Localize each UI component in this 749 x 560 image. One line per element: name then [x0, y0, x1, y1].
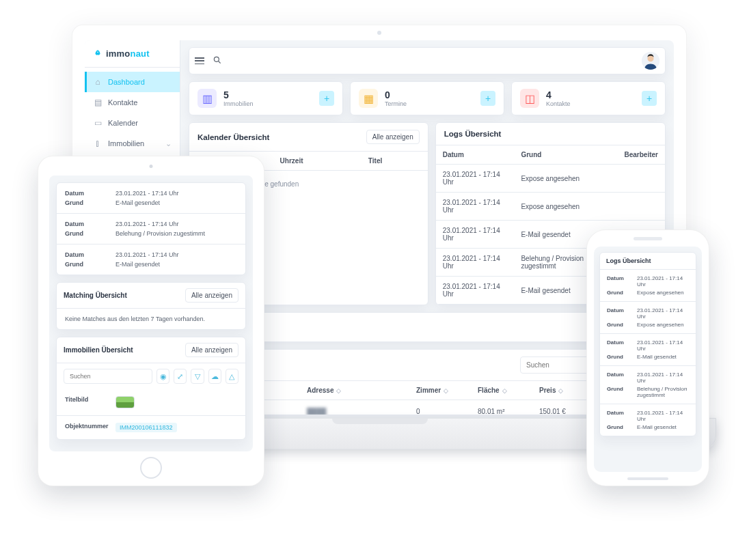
eye-icon[interactable]: ◉ — [156, 369, 169, 384]
alle-anzeigen-button[interactable]: Alle anzeigen — [185, 288, 239, 303]
svg-line-2 — [219, 61, 221, 63]
expand-icon[interactable]: ⤢ — [174, 369, 187, 384]
value-datum: 23.01.2021 - 17:14 Uhr — [637, 372, 689, 384]
cell-preis: 150.01 € — [539, 408, 594, 415]
search-icon[interactable] — [213, 55, 222, 67]
cell-adresse: ████ — [307, 408, 409, 415]
cloud-icon[interactable]: ☁ — [208, 369, 221, 384]
nav-glyph-icon: ▤ — [93, 98, 103, 107]
matching-empty: Keine Matches aus den letzten 7 Tagen vo… — [57, 309, 245, 329]
col-bearbeiter: Bearbeiter — [618, 145, 665, 165]
calendar-icon: ▦ — [359, 89, 378, 108]
col-flaeche[interactable]: Fläche◇ — [478, 387, 532, 394]
add-button[interactable]: + — [319, 91, 334, 106]
col-zimmer[interactable]: Zimmer◇ — [416, 387, 471, 394]
label-datum: Datum — [65, 190, 109, 197]
value-grund: E-Mail gesendet — [115, 199, 237, 206]
label-grund: Grund — [607, 386, 631, 398]
sort-icon: ◇ — [444, 387, 448, 394]
col-adresse[interactable]: Adresse◇ — [307, 387, 409, 394]
nav-glyph-icon: ⫿ — [93, 139, 103, 148]
cell-datum: 23.01.2021 - 17:14 Uhr — [436, 221, 515, 249]
nav-label: Kalender — [108, 119, 138, 127]
label-datum: Datum — [607, 339, 631, 352]
value-datum: 23.01.2021 - 17:14 Uhr — [637, 275, 689, 288]
value-grund: Belehung / Provision zugestimmt — [115, 230, 237, 237]
label-datum: Datum — [607, 372, 631, 384]
matching-title: Matching Übersicht — [64, 292, 127, 299]
add-button[interactable]: + — [642, 91, 657, 106]
value-datum: 23.01.2021 - 17:14 Uhr — [637, 339, 689, 352]
sidebar-item-dashboard[interactable]: ⌂Dashboard — [85, 72, 180, 92]
col-datum: Datum — [436, 145, 515, 165]
list-item[interactable]: Datum23.01.2021 - 17:14 UhrGrundExpose a… — [600, 270, 696, 302]
filter-icon[interactable]: ▽ — [191, 369, 204, 384]
tablet-logs-card: Datum23.01.2021 - 17:14 UhrGrundE-Mail g… — [56, 182, 246, 275]
value-datum: 23.01.2021 - 17:14 Uhr — [115, 221, 237, 227]
tablet-matching-card: Matching Übersicht Alle anzeigen Keine M… — [56, 282, 246, 330]
col-preis[interactable]: Preis◇ — [539, 387, 594, 394]
col-uhrzeit: Uhrzeit — [273, 152, 362, 171]
sidebar-item-kalender[interactable]: ▭Kalender — [85, 113, 180, 133]
tablet-frame: Datum23.01.2021 - 17:14 UhrGrundE-Mail g… — [38, 156, 264, 486]
label-grund: Grund — [65, 261, 109, 268]
value-datum: 23.01.2021 - 17:14 Uhr — [115, 190, 237, 197]
table-row[interactable]: 23.01.2021 - 17:14 UhrExpose angesehen — [436, 193, 665, 221]
stat-kontakte: ◫4Kontakte+ — [511, 81, 666, 115]
cell-grund: Expose angesehen — [514, 193, 617, 221]
sidebar-item-kontakte[interactable]: ▤Kontakte — [85, 92, 180, 113]
stat-label: Kontakte — [546, 100, 571, 107]
list-item[interactable]: Datum23.01.2021 - 17:14 UhrGrundE-Mail g… — [57, 244, 245, 275]
sort-icon: ◇ — [502, 387, 507, 394]
cell-datum: 23.01.2021 - 17:14 Uhr — [436, 249, 515, 277]
logs-title: Logs Übersicht — [444, 130, 502, 138]
rocket-icon — [93, 49, 103, 59]
alle-anzeigen-button[interactable]: Alle anzeigen — [366, 130, 420, 144]
value-datum: 23.01.2021 - 17:14 Uhr — [115, 251, 237, 258]
add-button[interactable]: + — [480, 91, 495, 106]
label-datum: Datum — [607, 275, 631, 288]
value-grund: E-Mail gesendet — [115, 261, 237, 268]
label-grund: Grund — [65, 230, 109, 237]
value-grund: E-Mail gesendet — [637, 424, 689, 430]
cell-flaeche: 80.01 m² — [478, 408, 532, 415]
objektnummer-value[interactable]: IMM200106111832 — [115, 423, 177, 432]
warn-icon[interactable]: △ — [226, 369, 239, 384]
nav-label: Kontakte — [108, 98, 137, 107]
list-item[interactable]: Datum23.01.2021 - 17:14 UhrGrundBelehung… — [57, 214, 245, 244]
tablet-search-input[interactable] — [64, 369, 152, 384]
table-row[interactable]: 23.01.2021 - 17:14 UhrExpose angesehen — [436, 165, 665, 193]
label-datum: Datum — [607, 410, 631, 422]
cell-datum: 23.01.2021 - 17:14 Uhr — [436, 277, 515, 305]
stat-immobilien: ▥5Immobilien+ — [189, 81, 343, 115]
phone-logs-title: Logs Übersicht — [600, 253, 696, 270]
list-item[interactable]: Datum23.01.2021 - 17:14 UhrGrundExpose a… — [600, 302, 696, 334]
cell-grund: Expose angesehen — [514, 165, 617, 193]
label-grund: Grund — [607, 354, 631, 360]
list-item[interactable]: Datum23.01.2021 - 17:14 UhrGrundBelehung… — [600, 366, 696, 404]
list-item[interactable]: Datum23.01.2021 - 17:14 UhrGrundE-Mail g… — [600, 334, 696, 366]
immo-title: Immobilien Übersicht — [64, 346, 133, 354]
stat-value: 5 — [223, 89, 254, 100]
nav-glyph-icon: ⌂ — [93, 77, 103, 87]
sidebar-item-immobilien[interactable]: ⫿Immobilien⌄ — [85, 133, 180, 154]
nav-label: Immobilien — [108, 139, 144, 148]
avatar[interactable] — [642, 52, 659, 70]
stat-label: Termine — [385, 100, 407, 107]
value-datum: 23.01.2021 - 17:14 Uhr — [637, 410, 689, 422]
cell-datum: 23.01.2021 - 17:14 Uhr — [436, 165, 515, 193]
phone-frame: Logs Übersicht Datum23.01.2021 - 17:14 U… — [586, 229, 709, 486]
nav-glyph-icon: ▭ — [93, 118, 103, 128]
col-titel: Titel — [362, 152, 428, 171]
list-item[interactable]: Datum23.01.2021 - 17:14 UhrGrundE-Mail g… — [600, 404, 696, 436]
cell-datum: 23.01.2021 - 17:14 Uhr — [436, 193, 515, 221]
col-grund: Grund — [514, 145, 617, 165]
label-datum: Datum — [607, 307, 631, 320]
value-datum: 23.01.2021 - 17:14 Uhr — [637, 307, 689, 320]
alle-anzeigen-button[interactable]: Alle anzeigen — [185, 343, 239, 357]
tablet-immo-card: Immobilien Übersicht Alle anzeigen ◉ ⤢ ▽… — [56, 337, 246, 440]
list-item[interactable]: Datum23.01.2021 - 17:14 UhrGrundE-Mail g… — [57, 183, 245, 214]
label-datum: Datum — [65, 251, 109, 258]
stat-label: Immobilien — [223, 100, 254, 107]
menu-icon[interactable] — [195, 57, 204, 64]
